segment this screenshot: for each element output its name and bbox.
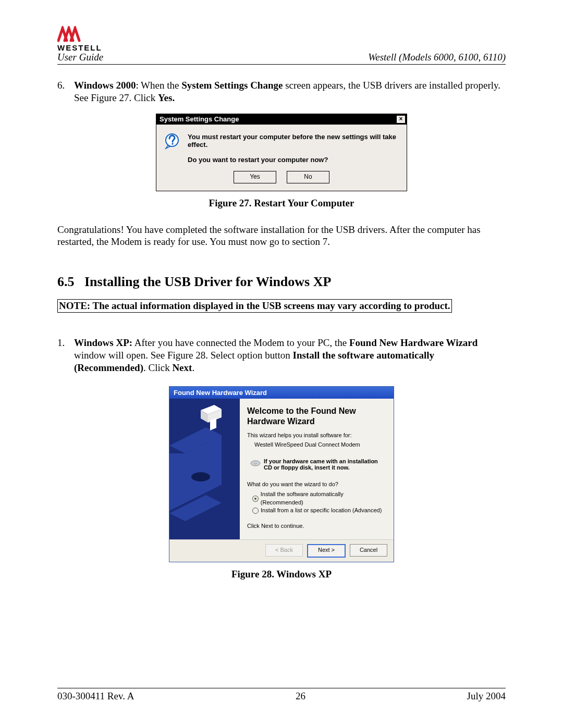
note-container: NOTE: The actual information displayed i… xyxy=(57,299,506,327)
wizard-welcome: Welcome to the Found New Hardware Wizard xyxy=(247,406,385,427)
dialog28-title: Found New Hardware Wizard xyxy=(169,387,394,399)
logo-mark-icon xyxy=(57,26,89,43)
radio-selected-icon xyxy=(252,496,259,502)
yes-button[interactable]: Yes xyxy=(234,171,276,183)
back-button: < Back xyxy=(265,544,303,557)
wizard-ask: What do you want the wizard to do? xyxy=(247,481,385,487)
dialog27-message-1: You must restart your computer before th… xyxy=(188,133,399,149)
cancel-button[interactable]: Cancel xyxy=(350,544,387,557)
close-icon[interactable]: × xyxy=(396,115,406,124)
svg-point-14 xyxy=(254,462,258,463)
dialog27-message-2: Do you want to restart your computer now… xyxy=(188,156,399,164)
congratulations-text: Congratulations! You have completed the … xyxy=(57,224,506,249)
wizard-graphic-icon xyxy=(169,399,240,539)
figure-27-caption: Figure 27. Restart Your Computer xyxy=(57,198,506,209)
next-button[interactable]: Next > xyxy=(307,544,346,558)
radio-option-advanced[interactable]: Install from a list or specific location… xyxy=(252,507,385,514)
figure-28: Found New Hardware Wizard xyxy=(57,386,506,580)
wizard-device: Westell WireSpeed Dual Connect Modem xyxy=(254,441,385,448)
header-left: WESTELL User Guide xyxy=(57,26,103,63)
svg-point-6 xyxy=(191,472,210,482)
user-guide-label: User Guide xyxy=(57,52,103,63)
wizard-continue: Click Next to continue. xyxy=(247,523,385,529)
wizard-subtitle: This wizard helps you install software f… xyxy=(247,432,385,438)
system-settings-dialog: System Settings Change × You must restar… xyxy=(156,114,407,191)
logo-text: WESTELL xyxy=(57,44,102,52)
wizard-sidebar xyxy=(169,399,240,539)
radio-option-auto[interactable]: Install the software automatically (Reco… xyxy=(252,490,385,507)
svg-point-1 xyxy=(172,143,173,144)
cd-icon xyxy=(250,458,261,468)
westell-logo: WESTELL xyxy=(57,26,103,52)
step-1-number: 1. xyxy=(57,337,69,374)
dialog27-title: System Settings Change xyxy=(160,115,239,123)
svg-marker-4 xyxy=(169,453,185,511)
figure-27: System Settings Change × You must restar… xyxy=(57,114,506,209)
section-heading: 6.5 Installing the USB Driver for Window… xyxy=(57,274,506,290)
no-button[interactable]: No xyxy=(287,171,329,183)
step-1: 1. Windows XP: After you have connected … xyxy=(57,337,506,374)
dialog27-titlebar: System Settings Change × xyxy=(156,114,407,125)
page-footer: 030-300411 Rev. A 26 July 2004 xyxy=(57,688,506,702)
figure-28-caption: Figure 28. Windows XP xyxy=(57,569,506,580)
footer-date: July 2004 xyxy=(467,690,506,702)
models-label: Westell (Models 6000, 6100, 6110) xyxy=(368,52,506,63)
page-header: WESTELL User Guide Westell (Models 6000,… xyxy=(57,26,506,65)
found-new-hardware-dialog: Found New Hardware Wizard xyxy=(169,386,394,562)
note-box: NOTE: The actual information displayed i… xyxy=(57,299,452,313)
step-6-text: Windows 2000: When the System Settings C… xyxy=(74,79,506,104)
cd-instruction: If your hardware came with an installati… xyxy=(264,458,385,471)
radio-unselected-icon xyxy=(252,508,259,514)
step-1-text: Windows XP: After you have connected the… xyxy=(74,337,506,374)
step-6-number: 6. xyxy=(57,79,69,104)
step-6: 6. Windows 2000: When the System Setting… xyxy=(57,79,506,104)
footer-page: 26 xyxy=(296,690,305,702)
question-icon xyxy=(164,133,180,150)
footer-rev: 030-300411 Rev. A xyxy=(57,690,134,702)
